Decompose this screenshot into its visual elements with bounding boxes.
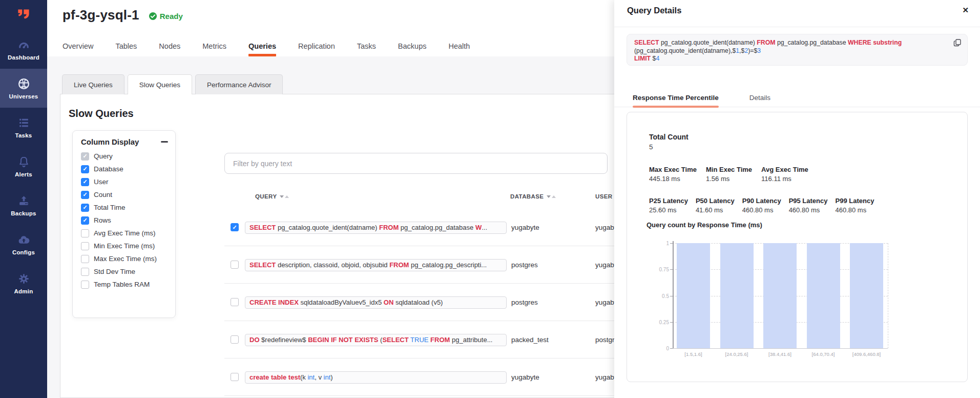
table-row[interactable]: SELECT pg_catalog.quote_ident(datname) F… bbox=[224, 209, 654, 246]
subtab-live-queries[interactable]: Live Queries bbox=[62, 74, 124, 94]
stat-p95-latency: P95 Latency460.80 ms bbox=[789, 197, 828, 214]
column-toggle-database[interactable]: Database bbox=[81, 163, 171, 175]
sidebar-item-alerts[interactable]: Alerts bbox=[0, 147, 47, 186]
checkbox[interactable] bbox=[81, 204, 89, 212]
total-count-value: 5 bbox=[649, 143, 689, 151]
row-checkbox[interactable] bbox=[231, 335, 239, 344]
x-axis-label: [1.5,1.6] bbox=[684, 351, 702, 357]
sidebar-item-backups[interactable]: Backups bbox=[0, 186, 47, 225]
column-display-title: Column Display bbox=[81, 137, 139, 146]
sql-line: (pg_catalog.quote_ident(datname),$1,$2)=… bbox=[634, 47, 947, 55]
universe-icon bbox=[17, 77, 30, 91]
sidebar-item-configs[interactable]: Configs bbox=[0, 225, 47, 264]
database-cell: yugabyte bbox=[511, 373, 539, 381]
checkbox[interactable] bbox=[81, 165, 89, 173]
subtab-slow-queries[interactable]: Slow Queries bbox=[128, 74, 192, 94]
column-toggle-user[interactable]: User bbox=[81, 175, 171, 188]
gear-icon bbox=[17, 272, 30, 286]
checkbox[interactable] bbox=[81, 191, 89, 199]
sidebar-item-tasks[interactable]: Tasks bbox=[0, 108, 47, 147]
column-toggle-query[interactable]: Query bbox=[81, 150, 171, 163]
histogram-bar bbox=[807, 243, 840, 348]
column-toggle-min-exec-time-ms[interactable]: Min Exec Time (ms) bbox=[81, 240, 171, 252]
sidebar-item-dashboard[interactable]: Dashboard bbox=[0, 30, 47, 69]
checkbox[interactable] bbox=[81, 178, 89, 186]
collapse-icon[interactable] bbox=[161, 141, 168, 143]
query-text[interactable]: create table test(k int, v int) bbox=[245, 371, 507, 384]
column-toggle-count[interactable]: Count bbox=[81, 188, 171, 201]
query-text[interactable]: CREATE INDEX sqldataloadByValuev5_idx5 O… bbox=[245, 296, 507, 309]
x-axis-label: [409.6,460.8] bbox=[852, 351, 881, 357]
query-details-title: Query Details bbox=[627, 6, 681, 15]
column-header-database[interactable]: DATABASE bbox=[510, 192, 556, 201]
sidebar-item-admin[interactable]: Admin bbox=[0, 264, 47, 303]
yugabyte-logo[interactable] bbox=[0, 0, 47, 30]
copy-icon[interactable] bbox=[953, 38, 962, 49]
table-row[interactable]: SELECT description, classoid, objoid, ob… bbox=[224, 246, 654, 284]
percentile-card: Total Count 5 Max Exec Time445.18 msMin … bbox=[627, 112, 968, 382]
status-badge: Ready bbox=[149, 12, 183, 21]
column-toggle-temp-tables-ram[interactable]: Temp Tables RAM bbox=[81, 278, 171, 291]
column-toggle-total-time[interactable]: Total Time bbox=[81, 201, 171, 214]
table-row[interactable]: CREATE INDEX sqldataloadByValuev5_idx5 O… bbox=[224, 284, 654, 321]
sidebar-item-label: Alerts bbox=[15, 171, 32, 177]
checkbox[interactable] bbox=[81, 255, 89, 263]
column-toggle-rows[interactable]: Rows bbox=[81, 214, 171, 227]
stat-p50-latency: P50 Latency41.60 ms bbox=[696, 197, 735, 214]
checkbox-label: Max Exec Time (ms) bbox=[94, 255, 157, 263]
row-checkbox[interactable] bbox=[231, 261, 239, 269]
table-row[interactable]: DO $redefineview$ BEGIN IF NOT EXISTS (S… bbox=[224, 321, 654, 359]
x-axis-label: [24.0,25.6] bbox=[725, 351, 748, 357]
backup-icon bbox=[17, 194, 30, 208]
column-display-card: Column Display QueryDatabaseUserCountTot… bbox=[72, 130, 176, 318]
column-header-query[interactable]: QUERY bbox=[255, 192, 289, 201]
checkbox[interactable] bbox=[81, 242, 89, 250]
checkbox[interactable] bbox=[81, 216, 89, 225]
histogram-bar bbox=[720, 243, 754, 348]
row-checkbox[interactable] bbox=[231, 298, 239, 306]
tab-nodes[interactable]: Nodes bbox=[159, 36, 180, 56]
checkbox[interactable] bbox=[81, 281, 89, 289]
query-text[interactable]: DO $redefineview$ BEGIN IF NOT EXISTS (S… bbox=[245, 334, 507, 346]
status-text: Ready bbox=[160, 12, 183, 21]
tab-tasks[interactable]: Tasks bbox=[357, 36, 376, 56]
sidebar-item-universes[interactable]: Universes bbox=[0, 69, 47, 108]
stat-p25-latency: P25 Latency25.60 ms bbox=[649, 197, 688, 214]
query-sql-box: SELECT pg_catalog.quote_ident(datname) F… bbox=[627, 34, 968, 66]
chart-title: Query count by Response Time (ms) bbox=[647, 221, 762, 229]
column-header-user[interactable]: USER bbox=[595, 192, 613, 201]
query-text[interactable]: SELECT description, classoid, objoid, ob… bbox=[245, 259, 507, 271]
row-checkbox[interactable] bbox=[231, 373, 239, 381]
column-toggle-avg-exec-time-ms[interactable]: Avg Exec Time (ms) bbox=[81, 227, 171, 240]
details-tab-response-time-percentile[interactable]: Response Time Percentile bbox=[633, 94, 719, 107]
tab-replication[interactable]: Replication bbox=[298, 36, 335, 56]
tab-backups[interactable]: Backups bbox=[398, 36, 427, 56]
sidebar-item-label: Universes bbox=[9, 93, 38, 99]
close-icon[interactable]: ✕ bbox=[962, 6, 969, 15]
query-text[interactable]: SELECT pg_catalog.quote_ident(datname) F… bbox=[245, 222, 507, 234]
query-filter-input[interactable] bbox=[224, 153, 608, 174]
universe-title: pf-3g-ysql-1 bbox=[62, 7, 139, 23]
sidebar-item-label: Configs bbox=[12, 249, 35, 255]
tab-tables[interactable]: Tables bbox=[115, 36, 137, 56]
checkbox[interactable] bbox=[81, 229, 89, 237]
column-toggle-max-exec-time-ms[interactable]: Max Exec Time (ms) bbox=[81, 252, 171, 265]
details-tab-details[interactable]: Details bbox=[749, 94, 770, 107]
tab-overview[interactable]: Overview bbox=[62, 36, 93, 56]
subtab-performance-advisor[interactable]: Performance Advisor bbox=[195, 74, 283, 94]
details-tabs: Response Time PercentileDetails bbox=[614, 90, 980, 107]
checkbox-label: Min Exec Time (ms) bbox=[94, 242, 155, 250]
checkbox[interactable] bbox=[81, 268, 89, 276]
row-checkbox[interactable] bbox=[231, 223, 239, 231]
tab-health[interactable]: Health bbox=[448, 36, 470, 56]
column-toggle-std-dev-time[interactable]: Std Dev Time bbox=[81, 265, 171, 278]
stat-p90-latency: P90 Latency460.80 ms bbox=[742, 197, 781, 214]
x-axis-label: [64.0,70.4] bbox=[812, 351, 835, 357]
slow-queries-panel: Slow Queries Column Display QueryDatabas… bbox=[60, 94, 654, 398]
checkbox-label: Database bbox=[94, 165, 123, 173]
tab-queries[interactable]: Queries bbox=[248, 36, 276, 56]
checkbox-label: Count bbox=[94, 191, 112, 198]
queries-sub-tabs: Live QueriesSlow QueriesPerformance Advi… bbox=[62, 74, 283, 94]
tab-metrics[interactable]: Metrics bbox=[202, 36, 226, 56]
table-row[interactable]: create table test(k int, v int)yugabytey… bbox=[224, 359, 654, 396]
